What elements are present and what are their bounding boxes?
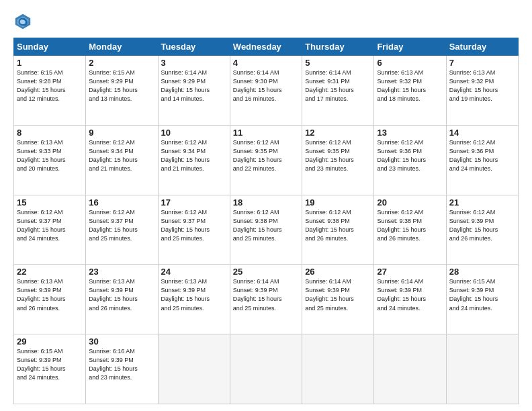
day-number: 11 <box>233 128 299 138</box>
calendar-cell: 4Sunrise: 6:14 AM Sunset: 9:30 PM Daylig… <box>230 56 302 126</box>
day-number: 1 <box>17 58 83 68</box>
day-number: 22 <box>17 267 83 277</box>
day-info: Sunrise: 6:12 AM Sunset: 9:35 PM Dayligh… <box>233 138 299 173</box>
day-number: 29 <box>17 336 83 347</box>
calendar-cell: 26Sunrise: 6:14 AM Sunset: 9:39 PM Dayli… <box>302 265 374 334</box>
calendar-row-1: 1Sunrise: 6:15 AM Sunset: 9:28 PM Daylig… <box>14 56 519 126</box>
day-number: 12 <box>305 128 371 138</box>
day-info: Sunrise: 6:12 AM Sunset: 9:37 PM Dayligh… <box>17 208 83 243</box>
calendar-cell: 27Sunrise: 6:14 AM Sunset: 9:39 PM Dayli… <box>374 265 446 334</box>
day-info: Sunrise: 6:14 AM Sunset: 9:39 PM Dayligh… <box>305 277 371 312</box>
weekday-header-wednesday: Wednesday <box>230 38 302 56</box>
calendar-cell <box>446 334 518 404</box>
day-number: 15 <box>17 197 83 208</box>
day-number: 16 <box>89 197 154 208</box>
day-info: Sunrise: 6:15 AM Sunset: 9:39 PM Dayligh… <box>17 347 83 382</box>
day-info: Sunrise: 6:13 AM Sunset: 9:32 PM Dayligh… <box>377 68 443 103</box>
weekday-header-sunday: Sunday <box>14 38 86 56</box>
calendar-row-2: 8Sunrise: 6:13 AM Sunset: 9:33 PM Daylig… <box>14 125 519 195</box>
weekday-header-tuesday: Tuesday <box>158 38 230 56</box>
calendar-cell: 17Sunrise: 6:12 AM Sunset: 9:37 PM Dayli… <box>158 195 230 265</box>
day-info: Sunrise: 6:13 AM Sunset: 9:39 PM Dayligh… <box>17 277 83 312</box>
calendar-cell: 12Sunrise: 6:12 AM Sunset: 9:35 PM Dayli… <box>302 125 374 195</box>
calendar-cell: 22Sunrise: 6:13 AM Sunset: 9:39 PM Dayli… <box>14 265 86 334</box>
calendar-cell: 21Sunrise: 6:12 AM Sunset: 9:39 PM Dayli… <box>446 195 518 265</box>
calendar-row-3: 15Sunrise: 6:12 AM Sunset: 9:37 PM Dayli… <box>14 195 519 265</box>
calendar-cell: 11Sunrise: 6:12 AM Sunset: 9:35 PM Dayli… <box>230 125 302 195</box>
calendar-cell: 7Sunrise: 6:13 AM Sunset: 9:32 PM Daylig… <box>446 56 518 126</box>
day-number: 8 <box>17 128 83 138</box>
calendar-cell: 9Sunrise: 6:12 AM Sunset: 9:34 PM Daylig… <box>86 125 158 195</box>
calendar-cell: 25Sunrise: 6:14 AM Sunset: 9:39 PM Dayli… <box>230 265 302 334</box>
day-number: 13 <box>377 128 443 138</box>
day-info: Sunrise: 6:14 AM Sunset: 9:31 PM Dayligh… <box>305 68 371 103</box>
day-info: Sunrise: 6:12 AM Sunset: 9:36 PM Dayligh… <box>377 138 443 173</box>
calendar-cell: 18Sunrise: 6:12 AM Sunset: 9:38 PM Dayli… <box>230 195 302 265</box>
calendar-cell: 10Sunrise: 6:12 AM Sunset: 9:34 PM Dayli… <box>158 125 230 195</box>
day-info: Sunrise: 6:13 AM Sunset: 9:39 PM Dayligh… <box>89 277 154 312</box>
day-number: 10 <box>161 128 227 138</box>
calendar-cell <box>158 334 230 404</box>
logo <box>13 12 35 31</box>
day-info: Sunrise: 6:12 AM Sunset: 9:37 PM Dayligh… <box>161 208 227 243</box>
day-info: Sunrise: 6:14 AM Sunset: 9:39 PM Dayligh… <box>233 277 299 312</box>
day-number: 17 <box>161 197 227 208</box>
day-number: 26 <box>305 267 371 277</box>
day-info: Sunrise: 6:16 AM Sunset: 9:39 PM Dayligh… <box>89 347 154 382</box>
day-info: Sunrise: 6:12 AM Sunset: 9:38 PM Dayligh… <box>377 208 443 243</box>
day-number: 6 <box>377 58 443 68</box>
calendar-cell: 28Sunrise: 6:15 AM Sunset: 9:39 PM Dayli… <box>446 265 518 334</box>
day-number: 18 <box>233 197 299 208</box>
calendar-cell: 14Sunrise: 6:12 AM Sunset: 9:36 PM Dayli… <box>446 125 518 195</box>
day-number: 3 <box>161 58 227 68</box>
calendar-cell: 24Sunrise: 6:13 AM Sunset: 9:39 PM Dayli… <box>158 265 230 334</box>
calendar-cell: 6Sunrise: 6:13 AM Sunset: 9:32 PM Daylig… <box>374 56 446 126</box>
calendar-cell: 8Sunrise: 6:13 AM Sunset: 9:33 PM Daylig… <box>14 125 86 195</box>
calendar-cell: 2Sunrise: 6:15 AM Sunset: 9:29 PM Daylig… <box>86 56 158 126</box>
weekday-header-friday: Friday <box>374 38 446 56</box>
day-number: 5 <box>305 58 371 68</box>
day-info: Sunrise: 6:12 AM Sunset: 9:36 PM Dayligh… <box>449 138 515 173</box>
day-info: Sunrise: 6:15 AM Sunset: 9:29 PM Dayligh… <box>89 68 154 103</box>
calendar-cell <box>374 334 446 404</box>
day-number: 14 <box>449 128 515 138</box>
calendar-cell: 19Sunrise: 6:12 AM Sunset: 9:38 PM Dayli… <box>302 195 374 265</box>
day-info: Sunrise: 6:13 AM Sunset: 9:39 PM Dayligh… <box>161 277 227 312</box>
day-number: 28 <box>449 267 515 277</box>
calendar-cell: 13Sunrise: 6:12 AM Sunset: 9:36 PM Dayli… <box>374 125 446 195</box>
calendar-cell: 30Sunrise: 6:16 AM Sunset: 9:39 PM Dayli… <box>86 334 158 404</box>
day-info: Sunrise: 6:13 AM Sunset: 9:33 PM Dayligh… <box>17 138 83 173</box>
day-number: 25 <box>233 267 299 277</box>
day-info: Sunrise: 6:12 AM Sunset: 9:34 PM Dayligh… <box>161 138 227 173</box>
day-info: Sunrise: 6:13 AM Sunset: 9:32 PM Dayligh… <box>449 68 515 103</box>
day-info: Sunrise: 6:15 AM Sunset: 9:28 PM Dayligh… <box>17 68 83 103</box>
day-number: 20 <box>377 197 443 208</box>
weekday-header-row: SundayMondayTuesdayWednesdayThursdayFrid… <box>14 38 519 56</box>
header <box>13 12 519 31</box>
day-number: 21 <box>449 197 515 208</box>
calendar-cell <box>230 334 302 404</box>
day-info: Sunrise: 6:12 AM Sunset: 9:38 PM Dayligh… <box>305 208 371 243</box>
logo-icon <box>13 12 32 31</box>
day-number: 19 <box>305 197 371 208</box>
calendar-cell: 15Sunrise: 6:12 AM Sunset: 9:37 PM Dayli… <box>14 195 86 265</box>
day-number: 4 <box>233 58 299 68</box>
calendar-row-4: 22Sunrise: 6:13 AM Sunset: 9:39 PM Dayli… <box>14 265 519 334</box>
day-info: Sunrise: 6:12 AM Sunset: 9:38 PM Dayligh… <box>233 208 299 243</box>
calendar-cell: 20Sunrise: 6:12 AM Sunset: 9:38 PM Dayli… <box>374 195 446 265</box>
day-info: Sunrise: 6:14 AM Sunset: 9:30 PM Dayligh… <box>233 68 299 103</box>
calendar-cell: 16Sunrise: 6:12 AM Sunset: 9:37 PM Dayli… <box>86 195 158 265</box>
day-info: Sunrise: 6:12 AM Sunset: 9:35 PM Dayligh… <box>305 138 371 173</box>
day-info: Sunrise: 6:14 AM Sunset: 9:29 PM Dayligh… <box>161 68 227 103</box>
calendar-cell: 1Sunrise: 6:15 AM Sunset: 9:28 PM Daylig… <box>14 56 86 126</box>
day-info: Sunrise: 6:15 AM Sunset: 9:39 PM Dayligh… <box>449 277 515 312</box>
calendar-cell: 29Sunrise: 6:15 AM Sunset: 9:39 PM Dayli… <box>14 334 86 404</box>
weekday-header-thursday: Thursday <box>302 38 374 56</box>
calendar-row-5: 29Sunrise: 6:15 AM Sunset: 9:39 PM Dayli… <box>14 334 519 404</box>
day-number: 23 <box>89 267 154 277</box>
page: SundayMondayTuesdayWednesdayThursdayFrid… <box>0 0 532 411</box>
day-number: 24 <box>161 267 227 277</box>
day-number: 7 <box>449 58 515 68</box>
day-info: Sunrise: 6:12 AM Sunset: 9:37 PM Dayligh… <box>89 208 154 243</box>
day-number: 30 <box>89 336 154 347</box>
